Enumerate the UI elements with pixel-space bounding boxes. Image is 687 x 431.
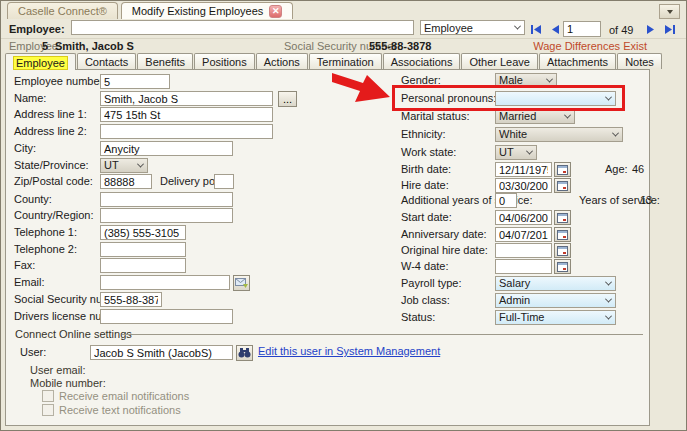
- send-email-button[interactable]: [233, 275, 250, 291]
- status-select[interactable]: Full-Time: [495, 310, 616, 325]
- original-hire-date-input[interactable]: [495, 243, 552, 258]
- ethnicity-select[interactable]: White: [495, 127, 623, 142]
- tab-associations[interactable]: Associations: [383, 53, 461, 69]
- tab-other-leave[interactable]: Other Leave: [461, 53, 538, 69]
- original-hire-date-calendar-button[interactable]: [554, 243, 571, 258]
- tab-actions[interactable]: Actions: [256, 53, 308, 69]
- start-date-input[interactable]: [495, 210, 552, 225]
- last-record-icon: [664, 25, 675, 34]
- employee-form-panel: Employee number: Name: ... Address line …: [5, 69, 650, 426]
- birth-date-calendar-button[interactable]: [554, 162, 571, 177]
- tab-employee-label: Employee: [13, 56, 68, 70]
- personal-pronouns-select[interactable]: [495, 91, 616, 106]
- tab-positions[interactable]: Positions: [194, 53, 255, 69]
- hire-date-label: Hire date:: [401, 178, 449, 193]
- address-line-2-label: Address line 2:: [14, 124, 87, 139]
- chevron-down-icon: [510, 21, 524, 34]
- user-lookup-button[interactable]: [236, 345, 253, 361]
- tab-modify-existing-employees[interactable]: Modify Existing Employees ✕: [121, 2, 293, 19]
- age-label: Age:: [605, 162, 628, 177]
- receive-email-notifications-checkbox: [42, 390, 54, 402]
- job-class-value: Admin: [496, 294, 601, 307]
- next-record-icon: [646, 25, 655, 34]
- name-browse-button[interactable]: ...: [278, 91, 297, 107]
- tab-attachments-label: Attachments: [547, 56, 608, 68]
- tab-notes[interactable]: Notes: [617, 53, 662, 69]
- previous-record-button[interactable]: [547, 21, 564, 37]
- marital-status-select[interactable]: Married: [495, 109, 575, 124]
- fax-input[interactable]: [100, 258, 186, 273]
- personal-pronouns-label: Personal pronouns:: [401, 91, 496, 106]
- start-date-calendar-button[interactable]: [554, 210, 571, 225]
- receive-text-notifications-checkbox: [42, 404, 54, 416]
- chevron-down-icon: [133, 159, 147, 172]
- anniversary-date-input[interactable]: [495, 227, 552, 242]
- social-security-number-input[interactable]: [100, 292, 162, 307]
- w4-date-calendar-button[interactable]: [554, 259, 571, 274]
- application-window: Caselle Connect® Modify Existing Employe…: [0, 0, 687, 431]
- last-record-button[interactable]: [661, 21, 678, 37]
- tab-termination[interactable]: Termination: [309, 53, 382, 69]
- tab-contacts[interactable]: Contacts: [77, 53, 136, 69]
- tab-attachments[interactable]: Attachments: [539, 53, 616, 69]
- tab-caselle-connect[interactable]: Caselle Connect®: [7, 2, 118, 19]
- employee-number-label: Employee number:: [14, 74, 106, 89]
- w4-date-input[interactable]: [495, 259, 552, 274]
- original-hire-date-label: Original hire date:: [401, 243, 488, 258]
- close-tab-icon[interactable]: ✕: [269, 5, 282, 18]
- chevron-down-icon: [608, 128, 622, 141]
- gender-select[interactable]: Male: [495, 73, 557, 88]
- red-arrow-annotation: [331, 72, 391, 104]
- next-record-button[interactable]: [642, 21, 659, 37]
- personal-pronouns-value: [496, 92, 601, 105]
- tab-associations-label: Associations: [391, 56, 453, 68]
- hire-date-input[interactable]: [495, 178, 552, 193]
- country-region-input[interactable]: [100, 208, 233, 223]
- zip-postal-code-input[interactable]: [100, 174, 152, 189]
- email-label: Email:: [14, 275, 45, 290]
- email-input[interactable]: [100, 275, 230, 290]
- start-date-label: Start date:: [401, 210, 452, 225]
- telephone-1-input[interactable]: [100, 225, 186, 240]
- city-input[interactable]: [100, 141, 233, 156]
- tab-termination-label: Termination: [317, 56, 374, 68]
- calendar-icon: [557, 165, 568, 175]
- anniversary-date-label: Anniversary date:: [401, 227, 487, 242]
- tab-other-leave-label: Other Leave: [469, 56, 530, 68]
- drivers-license-number-input[interactable]: [100, 309, 233, 324]
- telephone-1-label: Telephone 1:: [14, 225, 77, 240]
- years-of-service-value: 13: [640, 193, 652, 208]
- hire-date-calendar-button[interactable]: [554, 178, 571, 193]
- name-input[interactable]: [100, 91, 273, 106]
- tab-notes-label: Notes: [625, 56, 654, 68]
- birth-date-input[interactable]: [495, 162, 552, 177]
- county-input[interactable]: [100, 192, 233, 207]
- state-province-select[interactable]: UT: [100, 158, 148, 173]
- address-line-2-input[interactable]: [100, 124, 273, 139]
- employee-number-input[interactable]: [100, 74, 170, 89]
- window-menu-button[interactable]: [659, 4, 680, 19]
- receive-email-notifications-label: Receive email notifications: [59, 389, 189, 404]
- search-mode-select[interactable]: Employee: [420, 20, 525, 35]
- chevron-down-icon: [542, 74, 556, 87]
- info-ssn-value: 555-88-3878: [369, 40, 431, 52]
- payroll-type-select[interactable]: Salary: [495, 276, 616, 291]
- telephone-2-input[interactable]: [100, 242, 186, 257]
- payroll-type-label: Payroll type:: [401, 276, 462, 291]
- status-label: Status:: [401, 310, 435, 325]
- tab-benefits[interactable]: Benefits: [137, 53, 193, 69]
- anniversary-date-calendar-button[interactable]: [554, 227, 571, 242]
- work-state-select[interactable]: UT: [495, 145, 537, 160]
- record-number-input[interactable]: [563, 21, 601, 37]
- tab-employee[interactable]: Employee: [5, 53, 76, 70]
- info-employee-label: Employee:: [9, 40, 61, 52]
- user-input[interactable]: [90, 345, 233, 360]
- delivery-point-input[interactable]: [214, 174, 234, 189]
- employee-search-input[interactable]: [71, 20, 414, 35]
- edit-user-link[interactable]: Edit this user in System Management: [258, 345, 440, 357]
- additional-years-of-service-input[interactable]: [495, 193, 517, 208]
- job-class-select[interactable]: Admin: [495, 293, 616, 308]
- first-record-button[interactable]: [528, 21, 545, 37]
- address-line-1-input[interactable]: [100, 107, 273, 122]
- calendar-icon: [557, 230, 568, 240]
